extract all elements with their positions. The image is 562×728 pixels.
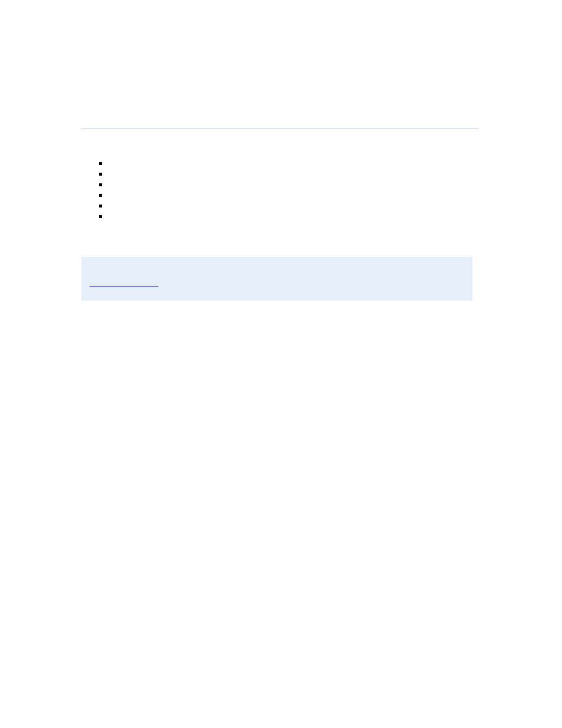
list-item [99,211,478,222]
list-item [99,158,478,169]
link-underline[interactable] [90,286,158,287]
section-divider [81,128,478,129]
list-item [99,169,478,179]
list-item [99,200,478,211]
document-section [81,128,478,301]
info-callout [81,257,472,301]
list-item [99,190,478,200]
bullet-list [81,158,478,222]
list-item [99,179,478,190]
